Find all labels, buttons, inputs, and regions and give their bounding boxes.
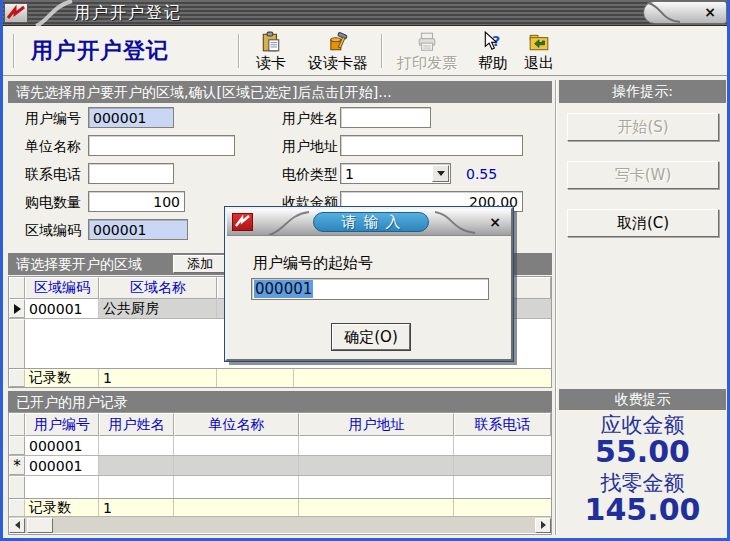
users-table: 用户编号 用户姓名 单位名称 用户地址 联系电话 000001 * 000001 (8, 412, 552, 535)
toolbar-groove (13, 34, 15, 68)
area-name-cell[interactable]: 公共厨房 (99, 299, 217, 318)
current-row-marker (9, 299, 25, 318)
horizontal-scrollbar[interactable] (9, 516, 551, 533)
logo-swoosh-icon (5, 4, 27, 22)
arrow-left-icon (15, 521, 20, 529)
record-count-label: 记录数 (25, 499, 99, 517)
phone-column-header[interactable]: 联系电话 (454, 413, 551, 436)
user-name-label: 用户姓名 (282, 110, 338, 128)
dialog-logo-icon (232, 213, 253, 231)
company-field[interactable] (88, 135, 235, 156)
users-table-empty-row (9, 476, 551, 498)
area-code-field[interactable]: 000001 (88, 219, 188, 240)
phone-cell (454, 436, 551, 455)
window-close-button[interactable]: × (702, 4, 718, 20)
logo-swoosh-icon (233, 214, 252, 230)
phone-field[interactable] (88, 163, 174, 184)
address-label: 用户地址 (282, 138, 338, 156)
price-type-combobox[interactable]: 1 (340, 163, 451, 184)
row-pointer-icon (14, 304, 21, 314)
empty-cell (25, 476, 99, 498)
empty-cell (174, 476, 299, 498)
setup-reader-icon (327, 31, 349, 53)
empty-cell (299, 476, 454, 498)
price-type-dropdown-button[interactable] (432, 165, 449, 182)
row-selector-footer (9, 499, 25, 517)
window-titlebar: 用户开户登记 × (0, 0, 730, 26)
app-logo-icon (4, 3, 28, 23)
user-id-value: 000001 (93, 110, 146, 126)
fee-panel-header: 收费提示 (559, 389, 726, 410)
toolbar-button-label: 打印发票 (397, 54, 457, 73)
toolbar-button-setup-reader[interactable]: 设读卡器 (301, 29, 375, 73)
user-id-cell[interactable]: 000001 (25, 456, 99, 475)
user-name-column-header[interactable]: 用户姓名 (99, 413, 174, 436)
users-table-row[interactable]: 000001 (9, 436, 551, 456)
dialog-start-number-input[interactable]: 000001 (251, 278, 489, 300)
record-count-value: 1 (99, 369, 217, 387)
row-selector-footer (9, 369, 25, 387)
area-code-label: 区域编码 (25, 222, 81, 240)
row-selector-gutter (9, 319, 25, 368)
purchase-qty-field[interactable]: 100 (88, 191, 185, 212)
footer-empty-cell (454, 499, 551, 517)
empty-cell (99, 476, 174, 498)
scrollbar-thumb[interactable] (27, 518, 53, 533)
user-name-cell (99, 456, 174, 475)
purchase-qty-label: 购电数量 (25, 194, 81, 212)
phone-cell (454, 456, 551, 475)
toolbar-button-read-card[interactable]: 读卡 (246, 29, 296, 73)
user-name-field[interactable] (340, 107, 431, 128)
user-id-label: 用户编号 (25, 110, 81, 128)
record-count-value: 1 (99, 499, 174, 517)
user-id-column-header[interactable]: 用户编号 (25, 413, 99, 436)
user-id-field[interactable]: 000001 (88, 107, 174, 128)
titlebar-curve-right (646, 2, 682, 24)
toolbar-separator (381, 34, 383, 68)
company-column-header[interactable]: 单位名称 (174, 413, 299, 436)
dialog-prompt: 用户编号的起始号 (253, 254, 373, 273)
purchase-qty-value: 100 (153, 194, 180, 210)
area-name-column-header[interactable]: 区域名称 (99, 277, 217, 299)
arrow-right-icon (541, 521, 546, 529)
dialog-input-selected-text: 000001 (254, 280, 313, 298)
address-field[interactable] (340, 135, 523, 156)
cancel-button[interactable]: 取消(C) (567, 209, 719, 237)
scroll-left-button[interactable] (9, 518, 25, 533)
vertical-divider (555, 80, 556, 535)
record-count-label: 记录数 (25, 369, 99, 387)
user-id-cell[interactable]: 000001 (25, 436, 99, 455)
toolbar-button-exit[interactable]: 退出 (517, 29, 561, 73)
page-title: 用户开户登记 (31, 36, 169, 66)
price-type-label: 电价类型 (282, 166, 338, 184)
dialog-close-button[interactable]: × (487, 214, 503, 230)
form-instruction-header: 请先选择用户要开户的区域,确认[区域已选定]后点击[开始]... (8, 81, 552, 103)
users-table-header-row: 用户编号 用户姓名 单位名称 用户地址 联系电话 (9, 413, 551, 436)
footer-empty-cell (217, 369, 294, 387)
toolbar-button-help[interactable]: ? 帮助 (471, 29, 515, 73)
dialog-curve-right (433, 210, 477, 235)
phone-label: 联系电话 (25, 166, 81, 184)
change-value: 145.00 (559, 492, 726, 527)
address-column-header[interactable]: 用户地址 (299, 413, 454, 436)
area-code-column-header[interactable]: 区域编码 (25, 277, 99, 299)
scroll-right-button[interactable] (535, 518, 551, 533)
dialog-title: 请输入 (313, 212, 429, 232)
empty-cell (454, 476, 551, 498)
address-cell (299, 456, 454, 475)
add-area-button[interactable]: 添加 (173, 255, 227, 273)
footer-empty-cell (299, 499, 454, 517)
users-table-row[interactable]: * 000001 (9, 456, 551, 476)
row-selector-header (9, 413, 25, 436)
dialog-curve-left (267, 210, 311, 235)
row-selector-header (9, 277, 25, 299)
toolbar-button-label: 设读卡器 (308, 54, 368, 73)
read-card-icon (260, 31, 282, 53)
area-table-footer: 记录数 1 (9, 368, 551, 387)
area-code-cell[interactable]: 000001 (25, 299, 99, 318)
toolbar-button-print-invoice: 打印发票 (387, 29, 467, 73)
row-selector-gutter (9, 476, 25, 498)
area-code-value: 000001 (93, 222, 146, 238)
ok-button[interactable]: 确定(O) (332, 324, 410, 350)
company-label: 单位名称 (25, 138, 81, 156)
